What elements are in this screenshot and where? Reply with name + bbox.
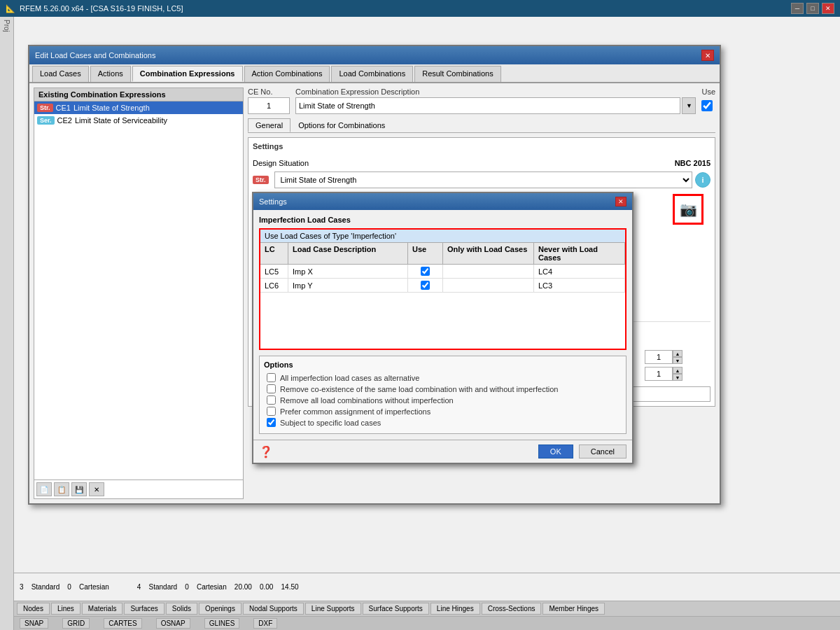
settings-popup-close-btn[interactable]: ✕ [615,197,626,206]
minimize-btn[interactable]: ─ [791,3,804,14]
popup-cancel-btn[interactable]: Cancel [579,444,626,458]
status-dxf[interactable]: DXF [253,618,277,629]
add-btn[interactable]: 📄 [36,482,52,496]
lc5-use-cb[interactable] [421,267,430,276]
imperfection-table-container: Use Load Cases of Type 'Imperfection' LC… [259,228,626,350]
options-title: Options [264,360,622,369]
tab-nodes[interactable]: Nodes [17,603,50,615]
use-checkbox[interactable] [701,100,713,111]
tab-line-hinges[interactable]: Line Hinges [430,603,480,615]
tab-lines[interactable]: Lines [51,603,80,615]
edit-dialog-title-text: Edit Load Cases and Combinations [35,51,155,59]
panel-header: Existing Combination Expressions [34,88,243,102]
design-select-row: Str. Limit State of Strength i [253,172,710,188]
opt-all-alt-cb[interactable] [267,373,276,382]
camera-settings-btn[interactable]: 📷 [673,194,704,225]
tab-member-hinges[interactable]: Member Hinges [542,603,605,615]
result-comb-down-btn[interactable]: ▼ [673,374,682,381]
panel-toolbar: 📄 📋 💾 ✕ [34,479,243,498]
tab-surfaces[interactable]: Surfaces [124,603,164,615]
opt-remove-all-row: Remove all load combinations without imp… [264,396,622,405]
ce-desc-input[interactable] [295,97,680,114]
camera-icon: 📷 [680,201,697,218]
design-situation-label: Design Situation [253,159,309,167]
tab-actions[interactable]: Actions [90,66,131,82]
status-grid[interactable]: GRID [62,618,90,629]
close-btn[interactable]: ✕ [822,3,834,14]
bottom-tabs: Nodes Lines Materials Surfaces Solids Op… [14,601,840,616]
lc5-desc: Imp X [288,265,408,278]
copy-btn[interactable]: 📋 [54,482,69,496]
tab-nodal-supports[interactable]: Nodal Supports [243,603,304,615]
use-box: Use [701,88,715,111]
ce-desc-dropdown-btn[interactable]: ▼ [682,97,696,114]
lc5-use [408,265,443,278]
nbc-badge: NBC 2015 [675,159,710,167]
opt-remove-coexist-label: Remove co-existence of the same load com… [280,385,558,393]
status-osnap[interactable]: OSNAP [156,618,190,629]
lc6-only-with [443,279,534,292]
tab-openings[interactable]: Openings [199,603,241,615]
tab-materials[interactable]: Materials [82,603,123,615]
status-bar: SNAP GRID CARTES OSNAP GLINES DXF [14,616,840,630]
empty-table-area [260,293,625,349]
edit-dialog-close-btn[interactable]: ✕ [701,50,714,61]
tab-load-cases[interactable]: Load Cases [32,66,89,82]
tab-load-combinations[interactable]: Load Combinations [331,66,413,82]
opt-subject-specific-cb[interactable] [267,418,276,427]
ce-info-row: CE No. 1 Combination Expression Descript… [248,88,715,114]
delete-btn[interactable]: ✕ [89,482,104,496]
combo-row-ce1[interactable]: Str. CE1 Limit State of Strength [34,102,243,114]
load-comb-up-btn[interactable]: ▲ [673,350,682,357]
tab-combination-expressions[interactable]: Combination Expressions [132,66,243,82]
data-row-area: 3 Standard 0 Cartesian 4 Standard 0 Cart… [14,573,840,601]
tab-cross-sections[interactable]: Cross-Sections [482,603,542,615]
combo-row-ce2[interactable]: Ser. CE2 Limit State of Serviceability [34,114,243,127]
tab-action-combinations[interactable]: Action Combinations [244,66,330,82]
status-glines[interactable]: GLINES [204,618,240,629]
ce1-label: Limit State of Strength [74,104,150,112]
title-bar-left: 📐 RFEM 5.26.00 x64 - [CSA S16-19 FINISH,… [6,4,183,13]
load-comb-input[interactable] [645,350,673,364]
lc6-use-cb[interactable] [421,281,430,290]
opt-prefer-common-cb[interactable] [267,407,276,416]
result-comb-spinner: ▲ ▼ [673,367,682,381]
maximize-btn[interactable]: □ [806,3,819,14]
load-comb-down-btn[interactable]: ▼ [673,357,682,364]
lc6-use [408,279,443,292]
tab-result-combinations[interactable]: Result Combinations [414,66,501,82]
save-btn[interactable]: 💾 [71,482,87,496]
tab-solids[interactable]: Solids [166,603,197,615]
ce2-id: CE2 [57,116,72,125]
opt-remove-all-cb[interactable] [267,396,276,405]
status-cartes[interactable]: CARTES [104,618,141,629]
imperf-table-label: Use Load Cases of Type 'Imperfection' [260,230,625,243]
opt-all-alt-label: All imperfection load cases as alternati… [280,374,419,382]
col-use: Use [408,243,443,264]
title-bar-controls[interactable]: ─ □ ✕ [791,3,834,14]
opt-prefer-common-label: Prefer common assignment of imperfection… [280,407,430,416]
lc5-id: LC5 [260,265,288,278]
col-lc: LC [260,243,288,264]
ce-no-input[interactable]: 1 [248,97,290,114]
info-btn[interactable]: i [695,172,710,188]
load-comb-input-group: ▲ ▼ [645,350,682,364]
popup-body: Imperfection Load Cases Use Load Cases o… [253,210,632,440]
bottom-area: 3 Standard 0 Cartesian 4 Standard 0 Cart… [14,573,840,630]
tab-surface-supports[interactable]: Surface Supports [363,603,429,615]
imperf-row-lc5: LC5 Imp X LC4 [260,265,625,279]
result-comb-up-btn[interactable]: ▲ [673,367,682,374]
opt-remove-coexist-cb[interactable] [267,384,276,393]
result-comb-input[interactable] [645,367,673,381]
design-select[interactable]: Limit State of Strength [274,172,692,188]
lc6-desc: Imp Y [288,279,408,292]
sidebar-label: Proj [3,20,10,32]
status-snap[interactable]: SNAP [20,618,48,629]
tab-line-supports[interactable]: Line Supports [305,603,361,615]
sub-tab-general[interactable]: General [248,118,290,132]
popup-ok-btn[interactable]: OK [538,444,573,458]
settings-title: Settings [253,142,283,150]
left-sidebar: Proj [0,17,14,630]
sub-tab-options[interactable]: Options for Combinations [290,118,393,132]
lc6-never-with: LC3 [534,279,625,292]
